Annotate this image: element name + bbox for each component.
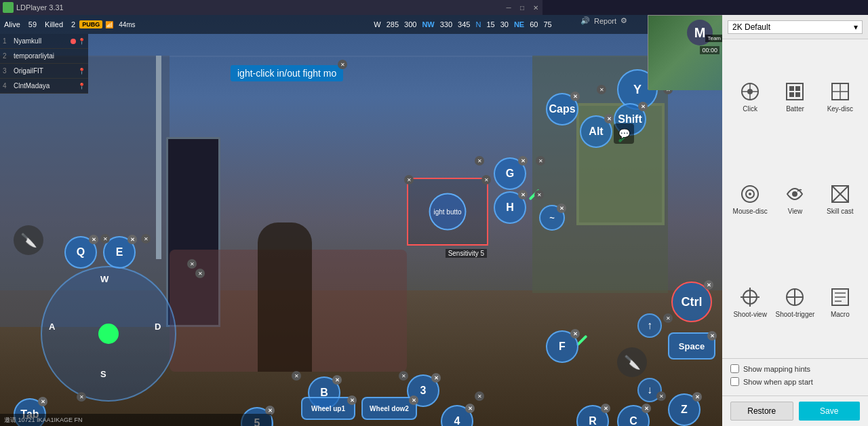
remove-button[interactable]: ✕ <box>399 371 408 381</box>
restore-button[interactable]: Restore <box>730 402 793 421</box>
wasd-a-label: A <box>49 322 55 332</box>
remove-key-button[interactable]: ✕ <box>332 375 342 385</box>
remove-key-button[interactable]: ✕ <box>431 373 441 383</box>
shoot-trigger-tool[interactable]: Shoot-trigger <box>772 250 817 353</box>
key-disc-icon <box>828 79 852 104</box>
view-icon <box>783 182 807 206</box>
remove-button[interactable]: ✕ <box>100 234 110 244</box>
close-button[interactable]: ✕ <box>529 0 542 15</box>
remove-button[interactable]: ✕ <box>195 269 205 278</box>
remove-key-button[interactable]: ✕ <box>570 329 580 338</box>
remove-key-button[interactable]: ✕ <box>570 92 580 101</box>
remove-key-button[interactable]: ✕ <box>707 331 717 341</box>
remove-button[interactable]: ✕ <box>77 392 86 402</box>
remove-key-button[interactable]: ✕ <box>604 114 614 123</box>
remove-key-button[interactable]: ✕ <box>127 235 137 244</box>
key-q-button[interactable]: Q✕ <box>64 236 97 269</box>
coords-text: 邀请 10721 IKAA1IKAGE FN <box>4 416 83 425</box>
coords-bar: 邀请 10721 IKAA1IKAGE FN <box>0 414 271 426</box>
key-z-button[interactable]: Z✕ <box>668 393 701 426</box>
remove-key-button[interactable]: ✕ <box>704 280 713 290</box>
remove-key-button[interactable]: ✕ <box>557 204 566 213</box>
joystick-area[interactable]: W A S D ✕ <box>41 266 190 402</box>
shoot-view-icon <box>738 285 762 309</box>
player-status-icon <box>71 39 76 44</box>
remove-key-button[interactable]: ✕ <box>518 190 528 199</box>
key-f-button[interactable]: F✕ <box>546 330 578 363</box>
show-hints-checkbox[interactable] <box>730 364 739 373</box>
key-caps-button[interactable]: Caps✕ <box>546 93 578 125</box>
remove-button[interactable]: ✕ <box>663 313 673 323</box>
options-section: Show mapping hints Show when app start <box>722 358 868 395</box>
crosshair-label: ight butto <box>433 208 461 216</box>
remove-button[interactable]: ✕ <box>597 85 606 94</box>
signal-icon: 📶 <box>105 21 113 28</box>
pubg-badge: PUBG <box>79 20 102 28</box>
key-wheeldown-button[interactable]: Wheel dow2✕ <box>361 397 417 420</box>
remove-button[interactable]: ✕ <box>292 371 301 381</box>
remove-key-button[interactable]: ✕ <box>638 102 648 111</box>
maximize-button[interactable]: □ <box>515 0 529 15</box>
team-label: Team <box>705 35 722 42</box>
show-start-option: Show when app start <box>730 377 860 386</box>
remove-key-button[interactable]: ✕ <box>465 404 475 413</box>
key-g-button[interactable]: G✕ <box>494 157 526 190</box>
minimize-button[interactable]: ─ <box>502 0 515 15</box>
click-tool[interactable]: Click <box>728 45 772 147</box>
report-button[interactable]: Report <box>594 17 616 25</box>
remove-key-button[interactable]: ✕ <box>601 404 610 413</box>
key-tilde-button[interactable]: ~✕ <box>539 205 565 231</box>
remove-key-button[interactable]: ✕ <box>518 156 528 166</box>
remove-button[interactable]: ✕ <box>534 190 544 199</box>
ping-display: 44ms <box>119 21 135 28</box>
svg-point-3 <box>747 89 753 94</box>
show-start-checkbox[interactable] <box>730 377 739 386</box>
remove-button[interactable]: ✕ <box>536 156 545 166</box>
wasd-s-label: S <box>100 369 106 379</box>
show-hints-option: Show mapping hints <box>730 364 860 373</box>
app-title: LDPlayer 3.31 <box>16 3 64 12</box>
remove-button[interactable]: ✕ <box>141 234 151 244</box>
killed-count: 2 <box>71 20 75 28</box>
remove-button[interactable]: ✕ <box>475 391 484 401</box>
mouse-disc-icon <box>738 182 762 206</box>
crosshair-area[interactable]: ight butto Sensitivity 5 ✕ ✕ <box>407 178 488 246</box>
click-icon <box>738 79 762 104</box>
svg-rect-4 <box>787 83 803 100</box>
key-h-button[interactable]: H✕ <box>494 191 526 224</box>
remove-joystick-button[interactable]: ✕ <box>187 259 197 269</box>
svg-rect-8 <box>795 92 800 97</box>
svg-point-14 <box>749 193 751 195</box>
mouse-disc-tool[interactable]: Mouse-disc <box>728 147 772 250</box>
shoot-view-label: Shoot-view <box>733 311 766 318</box>
player-list: 1 Nyamkull 📍 2 temporarliytai 3 OrigailF… <box>0 34 88 94</box>
macro-tool[interactable]: Macro <box>818 250 863 353</box>
view-tool[interactable]: View <box>772 147 817 250</box>
remove-key-button[interactable]: ✕ <box>347 395 357 405</box>
chat-button[interactable]: 💬 <box>614 123 634 144</box>
remove-button[interactable]: ✕ <box>475 156 484 166</box>
batter-tool[interactable]: Batter <box>772 45 817 147</box>
key-disc-tool[interactable]: Key-disc <box>818 45 863 147</box>
joystick-dot <box>98 324 119 344</box>
sound-icon[interactable]: 🔊 <box>580 16 590 25</box>
remove-key-button[interactable]: ✕ <box>409 395 418 405</box>
remove-crosshair-tl-button[interactable]: ✕ <box>404 175 414 185</box>
player-item: 4 ClntMadaya 📍 <box>0 79 88 94</box>
key-alt-button[interactable]: Alt✕ <box>580 115 612 148</box>
skill-cast-tool[interactable]: Skill cast <box>818 147 863 250</box>
arrow-up-button[interactable]: ↑ <box>637 313 662 338</box>
remove-key-button[interactable]: ✕ <box>89 235 98 244</box>
remove-key-button[interactable]: ✕ <box>692 392 702 402</box>
save-button[interactable]: Save <box>799 402 861 421</box>
shoot-view-tool[interactable]: Shoot-view <box>728 250 772 353</box>
remove-key-button[interactable]: ✕ <box>642 404 651 413</box>
preset-select[interactable]: 2K Default ▾ <box>728 20 863 34</box>
sensitivity-label: Sensitivity 5 <box>446 249 487 258</box>
key-ctrl-button[interactable]: Ctrl✕ <box>671 282 712 322</box>
key-space-button[interactable]: Space✕ <box>668 332 715 360</box>
remove-button[interactable]: ✕ <box>656 391 666 401</box>
key-wheelup-button[interactable]: Wheel up1✕ <box>301 397 355 420</box>
remove-crosshair-button[interactable]: ✕ <box>481 175 491 185</box>
settings-icon[interactable]: ⚙ <box>620 16 627 25</box>
